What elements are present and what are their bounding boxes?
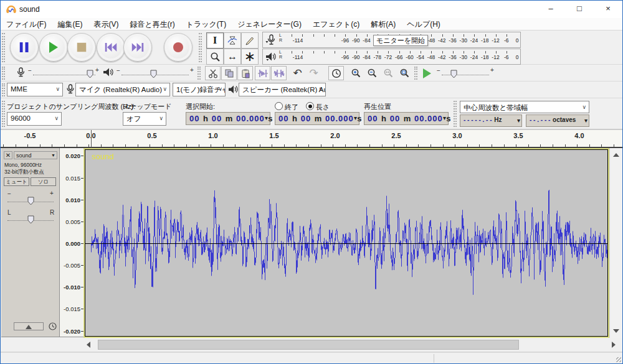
menu-item-4[interactable]: トラック(T) <box>181 18 232 30</box>
maximize-button[interactable]: □ <box>565 1 594 18</box>
audio-host-select[interactable]: MME <box>7 83 63 96</box>
waveform-canvas[interactable] <box>85 150 607 336</box>
selection-length-field[interactable]: 00 h 00 m 00.000 s <box>275 112 359 125</box>
meter-tick <box>442 51 443 54</box>
spectral-selection-mode-select[interactable]: 中心周波数と帯域幅 <box>460 101 589 113</box>
recording-volume-slider[interactable] <box>33 75 95 75</box>
title-bar[interactable]: sound – □ × <box>1 1 622 18</box>
skip-to-start-button[interactable] <box>97 33 125 62</box>
menu-item-5[interactable]: ジェネレーター(G) <box>232 18 307 30</box>
resize-grip[interactable] <box>616 357 621 362</box>
paste-button[interactable] <box>237 66 253 80</box>
playback-volume-thumb[interactable] <box>150 70 157 78</box>
play-speed-thumb[interactable] <box>450 70 457 78</box>
horizontal-scrollbar[interactable] <box>1 338 622 352</box>
envelope-tool-button[interactable] <box>224 32 241 49</box>
ruler-tick <box>467 144 468 147</box>
recording-channels-select[interactable]: 1(モノ)録音チャ <box>173 83 226 96</box>
scroll-left-arrow-icon[interactable] <box>87 342 90 348</box>
redo-button[interactable]: ↷ <box>306 66 321 80</box>
waveform-view[interactable]: sound <box>85 150 607 336</box>
multi-tool-button[interactable]: ∗ <box>241 49 259 65</box>
record-button[interactable] <box>164 33 193 62</box>
undo-button[interactable]: ↶ <box>290 66 305 80</box>
vertical-scrollbar[interactable] <box>609 148 622 338</box>
vertical-ruler[interactable]: 0.0200.0150.0100.0050.000-0.005-0.010-0.… <box>60 148 83 337</box>
collapse-track-button[interactable] <box>14 322 44 330</box>
play-speed-slider[interactable] <box>442 75 489 75</box>
track-close-button[interactable]: ✕ <box>4 151 12 159</box>
timeline-ruler[interactable]: -0.50.00.51.01.52.02.53.03.54.0 <box>1 129 622 148</box>
menu-item-2[interactable]: 表示(V) <box>88 18 124 30</box>
project-rate-select[interactable]: 96000 <box>7 112 62 126</box>
menu-item-7[interactable]: 解析(A) <box>365 18 401 30</box>
menu-item-6[interactable]: エフェクト(c) <box>307 18 365 30</box>
minimize-button[interactable]: – <box>536 1 565 18</box>
device-toolbar-grip[interactable] <box>2 83 5 96</box>
transport-toolbar-grip[interactable] <box>2 33 5 62</box>
ruler-tick <box>614 144 614 147</box>
ruler-tick <box>357 144 358 147</box>
draw-tool-button[interactable] <box>241 32 259 49</box>
ruler-tick <box>540 144 541 147</box>
pan-slider-thumb[interactable] <box>27 215 34 224</box>
menu-item-3[interactable]: 録音と再生(r) <box>124 18 180 30</box>
cut-button[interactable] <box>205 66 221 80</box>
ruler-tick <box>3 144 4 147</box>
zoom-out-button[interactable] <box>364 66 380 80</box>
zoom-in-button[interactable] <box>348 66 364 80</box>
fit-selection-button[interactable] <box>381 66 396 80</box>
menu-item-1[interactable]: 編集(E) <box>52 18 88 30</box>
trim-audio-button[interactable] <box>255 66 270 80</box>
ruler-label: 0.5 <box>147 132 156 139</box>
tools-toolbar-grip[interactable] <box>199 33 202 62</box>
meter-tick <box>453 34 454 37</box>
meter-tick <box>506 34 507 37</box>
scroll-down-arrow-icon[interactable] <box>613 329 619 333</box>
play-at-speed-button[interactable] <box>419 66 434 80</box>
mute-button[interactable]: ミュート <box>4 177 29 186</box>
sync-lock-button[interactable] <box>328 66 344 80</box>
clock-icon <box>331 68 341 78</box>
selection-toolbar-grip[interactable] <box>2 101 5 127</box>
center-frequency-field[interactable]: - - - - - . - - Hz <box>460 114 522 127</box>
transcription-toolbar-grip[interactable] <box>414 67 417 80</box>
playback-device-select[interactable]: スピーカー (Realtek(R) Au <box>239 83 326 96</box>
selection-start-field[interactable]: 00 h 00 m 00.000 s <box>186 112 270 125</box>
playhead-cursor[interactable] <box>91 130 92 147</box>
play-button[interactable] <box>39 33 68 62</box>
copy-button[interactable] <box>221 66 237 80</box>
end-radio[interactable] <box>275 102 283 110</box>
pause-button[interactable] <box>10 33 39 62</box>
zoom-tool-button[interactable] <box>206 49 224 65</box>
spectral-toolbar-grip[interactable] <box>454 101 457 127</box>
recording-device-select[interactable]: マイク (Realtek(R) Audio) <box>75 83 170 96</box>
timeshift-tool-button[interactable]: ↔ <box>224 49 241 65</box>
stop-button[interactable] <box>67 33 96 62</box>
skip-to-end-button[interactable] <box>123 33 152 62</box>
playback-volume-speaker-icon <box>103 68 113 77</box>
track-title-menu[interactable]: sound <box>14 151 57 159</box>
gain-slider-thumb[interactable] <box>27 197 34 205</box>
edit-toolbar-grip[interactable] <box>197 67 201 80</box>
solo-button[interactable]: ソロ <box>31 177 56 186</box>
playback-meter[interactable]: LR -114-96-90-84-78-72-66-60-54-48-42-36… <box>262 49 521 65</box>
scroll-up-arrow-icon[interactable] <box>613 153 619 157</box>
recording-volume-thumb[interactable] <box>87 70 93 78</box>
scroll-right-arrow-icon[interactable] <box>612 342 616 348</box>
close-button[interactable]: × <box>594 1 622 18</box>
horizontal-scroll-thumb[interactable] <box>98 340 519 350</box>
fit-project-button[interactable] <box>397 66 412 80</box>
silence-audio-button[interactable] <box>271 66 287 80</box>
snap-mode-select[interactable]: オフ <box>123 112 166 126</box>
menu-item-8[interactable]: ヘルプ(H) <box>401 18 446 30</box>
bandwidth-field[interactable]: - - . - - - octaves <box>526 114 589 127</box>
selection-tool-button[interactable]: I <box>206 32 224 49</box>
menu-item-0[interactable]: ファイル(F) <box>1 18 52 30</box>
meter-scale-label: -90 <box>352 54 359 60</box>
ruler-tick <box>113 144 113 147</box>
mixer-toolbar-grip[interactable] <box>2 67 5 80</box>
length-radio[interactable] <box>306 102 314 110</box>
playback-position-field[interactable]: 00 h 00 m 00.000 s <box>364 112 449 125</box>
ruler-tick <box>406 144 407 147</box>
